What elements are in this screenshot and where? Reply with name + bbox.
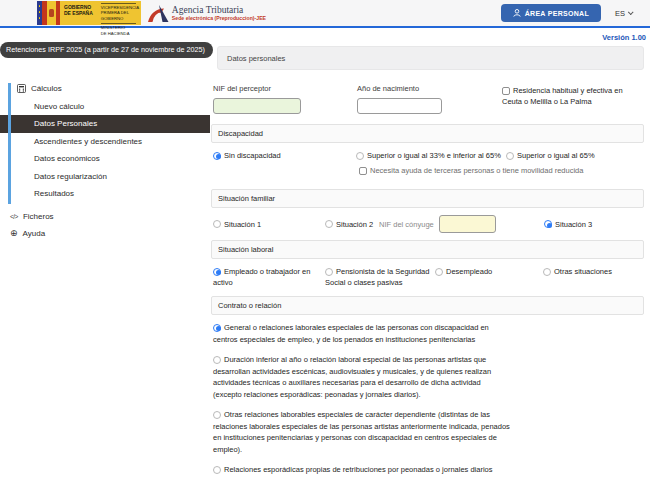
radio-superior-65[interactable]: Superior o igual al 65% bbox=[506, 150, 595, 161]
page-title: Retenciones IRPF 2025 (a partir de 27 de… bbox=[0, 42, 213, 58]
birth-year-label: Año de nacimiento bbox=[357, 84, 502, 93]
radio-icon bbox=[543, 268, 551, 276]
residencia-checkbox[interactable]: Residencia habitual y efectiva en Ceuta … bbox=[502, 84, 644, 114]
sidebar-item-datos-personales[interactable]: Datos Personales bbox=[0, 115, 210, 133]
necesita-ayuda-checkbox[interactable]: Necesita ayuda de terceras personas o ti… bbox=[359, 166, 644, 176]
agency-name: Agencia Tributaria bbox=[172, 5, 266, 15]
situacion-laboral-options: Empleado o trabajador en activo Pensioni… bbox=[213, 266, 644, 288]
radio-icon bbox=[325, 268, 333, 276]
radio-situacion-1[interactable]: Situación 1 bbox=[213, 219, 325, 230]
sidebar-item-calculos[interactable]: Cálculos bbox=[0, 80, 210, 98]
radio-otras-situaciones[interactable]: Otras situaciones bbox=[543, 266, 612, 288]
help-icon: ⊕ bbox=[10, 229, 18, 238]
radio-icon bbox=[506, 152, 514, 160]
sidebar-item-ficheros[interactable]: </> Ficheros bbox=[0, 208, 210, 226]
eu-stars-icon bbox=[37, 1, 42, 25]
gobierno-label: GOBIERNO DE ESPAÑA bbox=[60, 1, 97, 25]
coat-of-arms-icon bbox=[49, 9, 54, 17]
radio-selected-icon bbox=[213, 268, 221, 276]
radio-contrato-duracion-inferior[interactable]: Duración inferior al año o relación labo… bbox=[213, 354, 510, 400]
radio-selected-icon bbox=[213, 324, 221, 332]
area-personal-button[interactable]: ÁREA PERSONAL bbox=[501, 4, 601, 22]
nif-conyuge-label: NIF del cónyuge bbox=[379, 220, 434, 229]
radio-selected-icon bbox=[213, 152, 221, 160]
radio-superior-33[interactable]: Superior o igual al 33% e inferior al 65… bbox=[356, 150, 506, 161]
aeat-logo-icon bbox=[147, 4, 169, 23]
sidebar-item-ayuda[interactable]: ⊕ Ayuda bbox=[0, 225, 210, 243]
birth-year-input[interactable] bbox=[357, 98, 442, 114]
radio-contrato-general[interactable]: General o relaciones laborales especiale… bbox=[213, 322, 510, 345]
code-icon: </> bbox=[10, 208, 18, 226]
section-discapacidad: Discapacidad bbox=[211, 124, 644, 143]
main-content: Datos personales NIF del perceptor Año d… bbox=[211, 45, 647, 478]
radio-icon bbox=[356, 152, 364, 160]
radio-desempleado[interactable]: Desempleado bbox=[435, 266, 543, 288]
section-situacion-familiar: Situación familiar bbox=[211, 189, 644, 208]
ministry-label: VICEPRESIDENCIA PRIMERA DEL GOBIERNO MIN… bbox=[97, 1, 141, 25]
radio-contrato-esporadicas[interactable]: Relaciones esporádicas propias de retrib… bbox=[213, 464, 510, 476]
radio-icon bbox=[213, 411, 221, 419]
version-label: Versión 1.00 bbox=[602, 33, 646, 42]
radio-situacion-3[interactable]: Situación 3 bbox=[544, 219, 644, 230]
radio-icon bbox=[213, 220, 221, 228]
situacion-familiar-options: Situación 1 Situación 2 NIF del cónyuge … bbox=[213, 215, 644, 233]
radio-icon bbox=[213, 466, 221, 474]
spain-flag-icon bbox=[37, 1, 60, 25]
person-icon bbox=[513, 9, 521, 17]
sidebar-nav: Cálculos Nuevo cálculo Datos Personales … bbox=[0, 80, 210, 243]
radio-situacion-2[interactable]: Situación 2 bbox=[325, 219, 373, 230]
radio-icon bbox=[435, 268, 443, 276]
gobierno-espana-logo: GOBIERNO DE ESPAÑA VICEPRESIDENCIA PRIME… bbox=[37, 1, 141, 25]
radio-selected-icon bbox=[544, 220, 552, 228]
discapacidad-options: Sin discapacidad Superior o igual al 33%… bbox=[213, 150, 644, 161]
chevron-down-icon bbox=[628, 9, 634, 15]
personal-fields-row: NIF del perceptor Año de nacimiento Resi… bbox=[213, 84, 644, 114]
section-contrato: Contrato o relación bbox=[211, 296, 644, 315]
radio-contrato-otras-relaciones[interactable]: Otras relaciones laborables especiales d… bbox=[213, 409, 510, 455]
radio-icon bbox=[213, 356, 221, 364]
nif-perceptor-label: NIF del perceptor bbox=[213, 84, 357, 93]
checkbox-icon bbox=[502, 87, 510, 95]
contrato-options: General o relaciones laborales especiale… bbox=[213, 322, 644, 478]
radio-pensionista[interactable]: Pensionista de la Seguridad Social o cla… bbox=[325, 266, 435, 288]
sidebar-item-datos-regularizacion[interactable]: Datos regularización bbox=[0, 168, 210, 186]
app-header: GOBIERNO DE ESPAÑA VICEPRESIDENCIA PRIME… bbox=[0, 0, 650, 28]
checkbox-icon bbox=[359, 167, 367, 175]
nif-conyuge-input[interactable] bbox=[439, 215, 496, 233]
sidebar-item-nuevo-calculo[interactable]: Nuevo cálculo bbox=[0, 98, 210, 116]
panel-title: Datos personales bbox=[217, 46, 644, 70]
radio-sin-discapacidad[interactable]: Sin discapacidad bbox=[213, 150, 356, 161]
section-situacion-laboral: Situación laboral bbox=[211, 240, 644, 259]
nif-perceptor-input[interactable] bbox=[213, 98, 301, 114]
sidebar-item-ascendientes[interactable]: Ascendientes y descendientes bbox=[0, 133, 210, 151]
calculator-icon bbox=[17, 84, 26, 93]
radio-icon bbox=[325, 220, 333, 228]
radio-empleado-activo[interactable]: Empleado o trabajador en activo bbox=[213, 266, 325, 288]
sidebar-item-datos-economicos[interactable]: Datos económicos bbox=[0, 150, 210, 168]
language-selector[interactable]: ES bbox=[615, 9, 632, 18]
sidebar-accent-bar bbox=[8, 83, 11, 204]
agency-subtitle: Sede electrónica (Preproduccion)-JEE bbox=[172, 15, 266, 21]
agencia-tributaria-logo[interactable]: Agencia Tributaria Sede electrónica (Pre… bbox=[147, 4, 266, 23]
sidebar-item-resultados[interactable]: Resultados bbox=[0, 185, 210, 203]
